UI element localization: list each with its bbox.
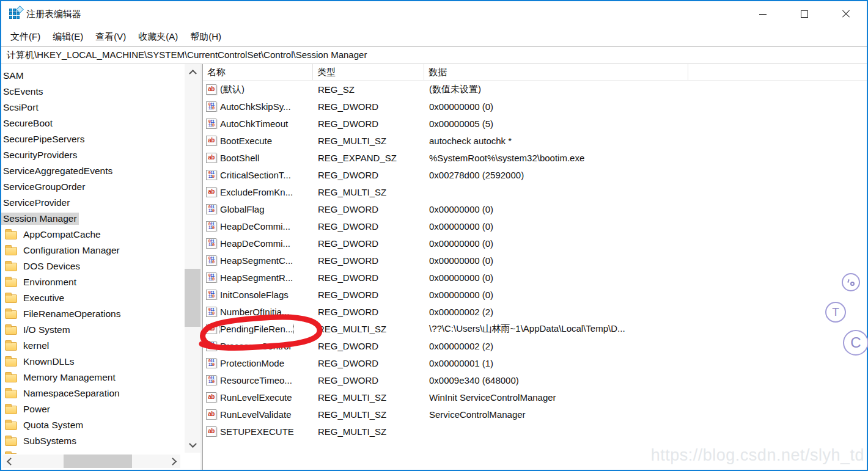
tree-item[interactable]: ServiceAggregatedEvents bbox=[1, 163, 183, 179]
value-data: 0x00000000 (0) bbox=[424, 204, 867, 214]
value-row[interactable]: abPendingFileRen...REG_MULTI_SZ\??\C:\Us… bbox=[203, 320, 867, 337]
tree-item-label: Configuration Manager bbox=[21, 244, 122, 257]
vertical-scroll-thumb[interactable] bbox=[185, 269, 200, 327]
value-name: CriticalSectionT... bbox=[220, 170, 291, 180]
value-type: REG_MULTI_SZ bbox=[313, 409, 424, 420]
tree-vertical-scrollbar[interactable] bbox=[185, 64, 200, 453]
value-name-cell: 011110AutoChkTimeout bbox=[203, 119, 313, 129]
value-row[interactable]: abSETUPEXECUTEREG_MULTI_SZ bbox=[203, 423, 867, 440]
scroll-right-icon[interactable] bbox=[168, 455, 180, 468]
value-type: REG_DWORD bbox=[313, 101, 424, 112]
value-row[interactable]: 011110NumberOfInitia...REG_DWORD0x000000… bbox=[203, 303, 867, 320]
csdn-watermark: https://blog.csdn.net/slyh_td bbox=[651, 446, 864, 465]
value-name-cell: 011110InitConsoleFlags bbox=[203, 290, 313, 300]
horizontal-scroll-thumb[interactable] bbox=[64, 455, 132, 468]
tree-item[interactable]: SecureBoot bbox=[1, 115, 183, 131]
minimize-button[interactable] bbox=[742, 1, 784, 27]
tree-item[interactable]: SubSystems bbox=[1, 433, 183, 449]
close-button[interactable] bbox=[825, 1, 867, 27]
value-data: 0x00000000 (0) bbox=[424, 238, 867, 249]
close-icon bbox=[842, 10, 850, 18]
value-row[interactable]: 011110AutoChkTimeoutREG_DWORD0x00000005 … bbox=[203, 115, 867, 132]
scroll-left-icon[interactable] bbox=[2, 455, 15, 468]
menu-edit[interactable]: 编辑(E) bbox=[46, 28, 89, 46]
tree-item[interactable]: DOS Devices bbox=[1, 258, 183, 274]
reg-dword-icon: 011110 bbox=[206, 375, 216, 385]
value-row[interactable]: 011110CriticalSectionT...REG_DWORD0x0027… bbox=[203, 166, 867, 183]
tree-item[interactable]: Memory Management bbox=[1, 370, 183, 385]
tree-item[interactable]: NamespaceSeparation bbox=[1, 385, 183, 401]
value-name: ExcludeFromKn... bbox=[220, 187, 293, 197]
value-row[interactable]: abBootShellREG_EXPAND_SZ%SystemRoot%\sys… bbox=[203, 149, 867, 166]
value-row[interactable]: 011110HeapSegmentR...REG_DWORD0x00000000… bbox=[203, 269, 867, 286]
value-row[interactable]: ab(默认)REG_SZ(数值未设置) bbox=[203, 81, 867, 98]
maximize-button[interactable] bbox=[784, 1, 825, 27]
column-header-data[interactable]: 数据 bbox=[424, 64, 688, 80]
value-name: ProtectionMode bbox=[220, 358, 284, 368]
value-data: 0x00278d00 (2592000) bbox=[424, 170, 867, 180]
menu-help[interactable]: 帮助(H) bbox=[184, 28, 227, 46]
tree-item[interactable]: AppCompatCache bbox=[1, 227, 183, 243]
tree-item[interactable]: ScsiPort bbox=[1, 100, 183, 115]
tree-item[interactable]: Session Manager bbox=[1, 211, 183, 227]
value-type: REG_DWORD bbox=[313, 238, 424, 249]
tree-item[interactable]: Power bbox=[1, 401, 183, 417]
value-type: REG_MULTI_SZ bbox=[313, 426, 424, 437]
value-row[interactable]: 011110InitConsoleFlagsREG_DWORD0x0000000… bbox=[203, 286, 867, 303]
tree-item[interactable]: FileRenameOperations bbox=[1, 306, 183, 322]
scroll-up-icon[interactable] bbox=[185, 65, 200, 78]
value-row[interactable]: 011110GlobalFlagREG_DWORD0x00000000 (0) bbox=[203, 200, 867, 217]
menu-file[interactable]: 文件(F) bbox=[4, 28, 46, 46]
tree-item[interactable]: Quota System bbox=[1, 417, 183, 433]
value-name-cell: 011110ResourceTimeo... bbox=[203, 375, 313, 385]
value-name-cell: 011110HeapDeCommi... bbox=[203, 221, 313, 232]
tree-item[interactable]: SecurePipeServers bbox=[1, 131, 183, 147]
value-list-header: 名称 类型 数据 bbox=[203, 64, 867, 81]
tree-item[interactable]: ScEvents bbox=[1, 84, 183, 100]
tree-item[interactable]: SAM bbox=[1, 68, 183, 84]
tree-item[interactable]: ServiceProvider bbox=[1, 195, 183, 211]
tree-item[interactable]: Environment bbox=[1, 274, 183, 290]
value-row[interactable]: 011110HeapSegmentC...REG_DWORD0x00000000… bbox=[203, 252, 867, 269]
tree-item[interactable]: Executive bbox=[1, 290, 183, 306]
value-name: HeapDeCommi... bbox=[220, 238, 290, 249]
value-type: REG_DWORD bbox=[313, 170, 424, 180]
value-row[interactable]: 011110AutoChkSkipSy...REG_DWORD0x0000000… bbox=[203, 98, 867, 115]
tree-item-label: ServiceGroupOrder bbox=[1, 181, 87, 193]
value-type: REG_DWORD bbox=[313, 272, 424, 283]
value-type: REG_DWORD bbox=[313, 255, 424, 266]
folder-icon bbox=[5, 263, 17, 271]
folder-icon bbox=[5, 406, 17, 414]
tree-horizontal-scrollbar[interactable] bbox=[2, 455, 180, 468]
value-row[interactable]: abExcludeFromKn...REG_MULTI_SZ bbox=[203, 183, 867, 200]
tree-item[interactable]: SecurityProviders bbox=[1, 147, 183, 163]
tree-item[interactable]: kernel bbox=[1, 338, 183, 354]
value-row[interactable]: 011110ResourceTimeo...REG_DWORD0x0009e34… bbox=[203, 371, 867, 389]
value-row[interactable]: 011110HeapDeCommi...REG_DWORD0x00000000 … bbox=[203, 217, 867, 235]
pen-tool-icon[interactable] bbox=[842, 273, 860, 291]
value-row[interactable]: 011110ProtectionModeREG_DWORD0x00000001 … bbox=[203, 354, 867, 371]
c-tool-icon[interactable]: C bbox=[843, 330, 868, 356]
tree-item-label: SubSystems bbox=[21, 435, 78, 447]
value-row[interactable]: abBootExecuteREG_MULTI_SZautocheck autoc… bbox=[203, 132, 867, 149]
scroll-down-icon[interactable] bbox=[185, 439, 200, 451]
column-header-type[interactable]: 类型 bbox=[313, 64, 424, 80]
tree-item[interactable]: WPA bbox=[1, 449, 183, 454]
value-row[interactable]: abRunLevelExecuteREG_MULTI_SZWinInit Ser… bbox=[203, 389, 867, 406]
menu-view[interactable]: 查看(V) bbox=[89, 28, 132, 46]
value-row[interactable]: 011110HeapDeCommi...REG_DWORD0x00000000 … bbox=[203, 235, 867, 252]
value-row[interactable]: abRunLevelValidateREG_MULTI_SZServiceCon… bbox=[203, 406, 867, 423]
value-row[interactable]: 011110ProcessorControlREG_DWORD0x0000000… bbox=[203, 337, 867, 354]
folder-icon bbox=[5, 294, 17, 303]
tree-item[interactable]: KnownDLLs bbox=[1, 354, 183, 370]
tree-item[interactable]: I/O System bbox=[1, 322, 183, 338]
column-header-name[interactable]: 名称 bbox=[203, 64, 313, 80]
menu-favorites[interactable]: 收藏夹(A) bbox=[132, 28, 184, 46]
tree-item[interactable]: ServiceGroupOrder bbox=[1, 179, 183, 195]
value-data: WinInit ServiceControlManager bbox=[424, 392, 867, 403]
text-tool-icon[interactable]: T bbox=[825, 302, 846, 323]
tree-item[interactable]: Configuration Manager bbox=[1, 243, 183, 258]
value-type: REG_EXPAND_SZ bbox=[313, 153, 424, 163]
address-bar[interactable]: 计算机\HKEY_LOCAL_MACHINE\SYSTEM\CurrentCon… bbox=[1, 46, 867, 64]
registry-app-icon bbox=[9, 9, 21, 20]
